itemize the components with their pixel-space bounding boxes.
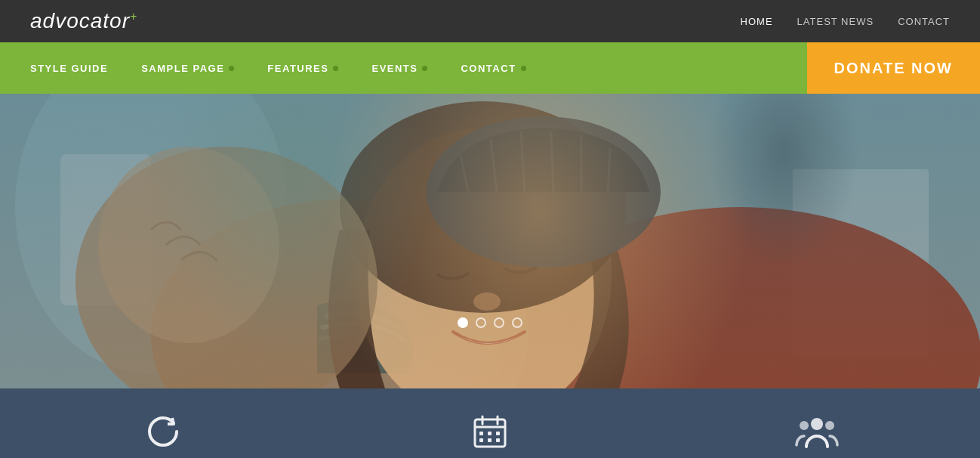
group-icon: [795, 412, 839, 456]
slider-dot-1[interactable]: [458, 317, 468, 328]
calendar-icon: [470, 412, 510, 456]
svg-rect-25: [479, 438, 483, 442]
top-nav-latest-news[interactable]: LATEST NEWS: [797, 16, 874, 27]
hero-background: [0, 94, 980, 388]
refresh-item[interactable]: [0, 388, 327, 458]
group-item[interactable]: [653, 388, 980, 458]
svg-point-30: [825, 421, 834, 430]
svg-rect-24: [496, 432, 500, 435]
svg-rect-22: [479, 432, 483, 435]
nav-dot: [422, 66, 427, 71]
nav-dot: [521, 66, 526, 71]
slider-dots: [458, 317, 522, 328]
slider-dot-4[interactable]: [512, 317, 522, 328]
main-nav: STYLE GUIDE SAMPLE PAGE FEATURES EVENTS …: [0, 42, 980, 94]
top-nav-home[interactable]: HOME: [741, 16, 773, 27]
nav-dot: [333, 66, 338, 71]
top-nav-contact[interactable]: CONTACT: [898, 16, 950, 27]
top-bar: advocator+ HOME LATEST NEWS CONTACT: [0, 0, 980, 42]
svg-point-28: [811, 418, 823, 430]
calendar-item[interactable]: [327, 388, 654, 458]
nav-dot: [229, 66, 234, 71]
nav-features[interactable]: FEATURES: [251, 63, 355, 74]
donate-button[interactable]: DONATE NOW: [807, 42, 980, 94]
svg-rect-27: [496, 438, 500, 442]
nav-style-guide[interactable]: STYLE GUIDE: [30, 63, 125, 74]
slider-dot-3[interactable]: [494, 317, 504, 328]
main-nav-links: STYLE GUIDE SAMPLE PAGE FEATURES EVENTS …: [30, 63, 807, 74]
refresh-icon: [143, 412, 183, 456]
hero-overlay: [0, 94, 980, 388]
nav-sample-page[interactable]: SAMPLE PAGE: [125, 63, 251, 74]
hero-slider: [0, 94, 980, 388]
icon-bar: [0, 388, 980, 458]
svg-rect-26: [488, 438, 492, 442]
svg-point-29: [800, 421, 809, 430]
top-nav: HOME LATEST NEWS CONTACT: [741, 16, 950, 27]
slider-dot-2[interactable]: [476, 317, 486, 328]
svg-rect-23: [488, 432, 492, 435]
logo: advocator+: [30, 9, 137, 33]
nav-contact[interactable]: CONTACT: [444, 63, 542, 74]
nav-events[interactable]: EVENTS: [355, 63, 444, 74]
